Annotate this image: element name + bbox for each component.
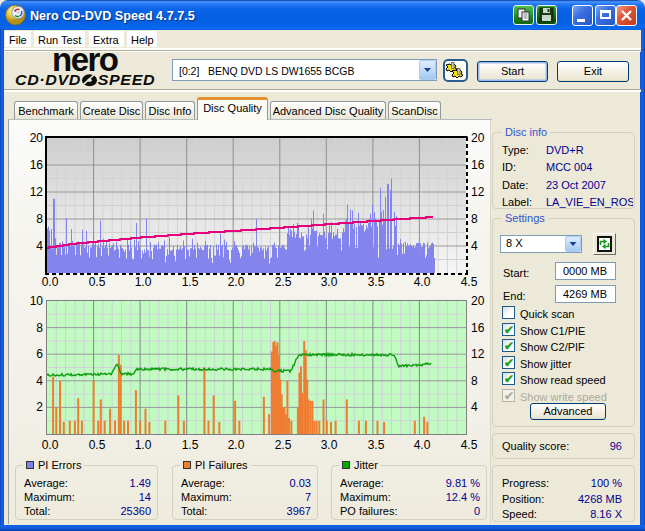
svg-text:1.0: 1.0 <box>135 438 152 452</box>
svg-text:4: 4 <box>471 400 478 414</box>
svg-text:2.0: 2.0 <box>228 438 245 452</box>
svg-text:1.5: 1.5 <box>182 438 199 452</box>
svg-text:4.0: 4.0 <box>414 275 431 289</box>
svg-text:1.0: 1.0 <box>135 275 152 289</box>
svg-text:3.0: 3.0 <box>321 438 338 452</box>
svg-text:8: 8 <box>471 212 478 226</box>
svg-text:20: 20 <box>30 131 44 145</box>
svg-text:2: 2 <box>36 400 43 414</box>
svg-text:4.5: 4.5 <box>461 438 478 452</box>
svg-text:6: 6 <box>36 347 43 361</box>
svg-text:20: 20 <box>471 294 485 308</box>
svg-text:4: 4 <box>36 374 43 388</box>
svg-text:16: 16 <box>30 158 44 172</box>
svg-text:12: 12 <box>471 347 485 361</box>
svg-text:2.5: 2.5 <box>275 275 292 289</box>
svg-text:0.0: 0.0 <box>42 275 59 289</box>
svg-text:20: 20 <box>471 131 485 145</box>
svg-text:4.5: 4.5 <box>461 275 478 289</box>
svg-text:4: 4 <box>36 239 43 253</box>
svg-text:8: 8 <box>36 212 43 226</box>
svg-text:1.5: 1.5 <box>182 275 199 289</box>
svg-text:16: 16 <box>471 321 485 335</box>
svg-text:3.5: 3.5 <box>368 438 385 452</box>
svg-text:16: 16 <box>471 158 485 172</box>
svg-text:0.5: 0.5 <box>89 275 106 289</box>
svg-text:3.0: 3.0 <box>321 275 338 289</box>
svg-text:0.0: 0.0 <box>42 438 59 452</box>
svg-text:12: 12 <box>471 185 485 199</box>
svg-text:2.0: 2.0 <box>228 275 245 289</box>
svg-text:8: 8 <box>471 374 478 388</box>
svg-text:4: 4 <box>471 239 478 253</box>
svg-text:12: 12 <box>30 185 44 199</box>
svg-text:0.5: 0.5 <box>89 438 106 452</box>
svg-text:2.5: 2.5 <box>275 438 292 452</box>
svg-text:8: 8 <box>36 321 43 335</box>
svg-text:4.0: 4.0 <box>414 438 431 452</box>
svg-text:3.5: 3.5 <box>368 275 385 289</box>
svg-text:10: 10 <box>30 294 44 308</box>
